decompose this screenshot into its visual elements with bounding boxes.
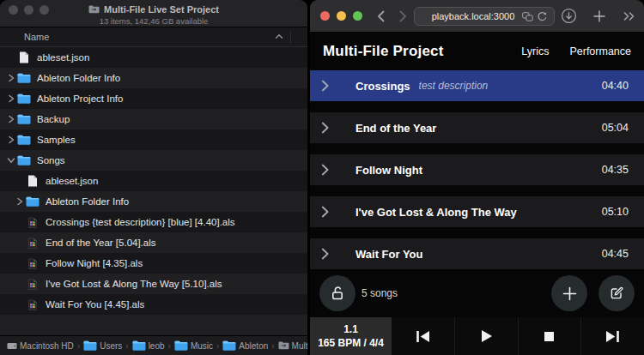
- song-row[interactable]: Crossingstest description04:40: [310, 70, 644, 101]
- nav-performance[interactable]: Performance: [569, 45, 631, 57]
- app-nav: Lyrics Performance: [521, 45, 631, 57]
- song-description: test description: [419, 80, 489, 92]
- folder-proxy-icon[interactable]: [88, 5, 100, 14]
- file-row[interactable]: Ableton Project Info: [0, 88, 307, 109]
- close-button[interactable]: [320, 11, 330, 21]
- back-icon[interactable]: [377, 10, 385, 22]
- file-name: End of the Year [5.04].als: [46, 238, 156, 248]
- folder-icon: [26, 196, 39, 207]
- tempo-readout: 165 BPM / 4/4: [318, 336, 384, 350]
- path-separator: ›: [125, 341, 128, 351]
- column-header[interactable]: Name: [0, 27, 307, 47]
- path-item[interactable]: Users: [83, 340, 122, 351]
- file-row[interactable]: Crossings {test description} [blue] [4.4…: [0, 212, 307, 232]
- file-row[interactable]: ableset.json: [0, 47, 307, 68]
- file-name: ableset.json: [46, 176, 98, 186]
- file-row[interactable]: Samples: [0, 129, 307, 150]
- file-list: ableset.jsonAbleton Folder InfoAbleton P…: [0, 47, 307, 315]
- path-item[interactable]: leob: [132, 340, 165, 351]
- disclosure-collapsed-icon[interactable]: [14, 197, 26, 206]
- translate-icon[interactable]: [522, 12, 533, 21]
- address-bar[interactable]: playback.local:3000: [414, 7, 555, 26]
- song-duration: 04:40: [602, 80, 629, 92]
- song-title: End of the Year: [355, 122, 436, 135]
- song-list: Crossingstest description04:40End of the…: [310, 70, 644, 269]
- als-icon: [26, 278, 39, 290]
- zoom-button[interactable]: [353, 11, 362, 21]
- path-item-label: Ableton: [239, 341, 268, 351]
- file-row[interactable]: Ableton Folder Info: [0, 191, 307, 212]
- file-row[interactable]: Backup: [0, 109, 307, 129]
- file-row[interactable]: Follow Night [4.35].als: [0, 253, 307, 274]
- path-item[interactable]: Music: [174, 340, 213, 351]
- stop-button[interactable]: [518, 317, 581, 355]
- disclosure-collapsed-icon[interactable]: [5, 74, 17, 82]
- file-row[interactable]: Songs: [0, 150, 307, 171]
- sort-ascending-icon[interactable]: [275, 33, 283, 39]
- expand-song-icon[interactable]: [320, 247, 330, 261]
- file-name: Samples: [37, 135, 76, 145]
- file-row[interactable]: Ableton Folder Info: [0, 68, 307, 88]
- song-title: Crossings: [355, 80, 410, 93]
- path-item[interactable]: Multi-File Live Set Project: [278, 341, 307, 351]
- file-name: Ableton Project Info: [37, 93, 123, 104]
- disclosure-expanded-icon[interactable]: [5, 157, 17, 164]
- file-row[interactable]: ableset.json: [0, 171, 307, 191]
- new-tab-icon[interactable]: [593, 10, 605, 22]
- file-row[interactable]: End of the Year [5.04].als: [0, 232, 307, 253]
- reload-icon[interactable]: [537, 11, 548, 22]
- zoom-button[interactable]: [39, 5, 49, 15]
- disclosure-collapsed-icon[interactable]: [5, 94, 17, 103]
- forward-icon[interactable]: [399, 10, 407, 22]
- disclosure-collapsed-icon[interactable]: [5, 115, 17, 123]
- path-item[interactable]: Macintosh HD: [7, 341, 74, 351]
- song-duration: 05:10: [602, 206, 629, 218]
- skip-back-button[interactable]: [392, 317, 454, 355]
- expand-song-icon[interactable]: [320, 79, 330, 93]
- more-icon[interactable]: [623, 11, 635, 21]
- close-button[interactable]: [9, 5, 18, 15]
- file-row[interactable]: I've Got Lost & Along The Way [5.10].als: [0, 274, 307, 294]
- path-item[interactable]: Ableton: [222, 340, 268, 351]
- folder-icon: [17, 73, 31, 83]
- file-name: Ableton Folder Info: [46, 196, 129, 207]
- song-row[interactable]: Follow Night04:35: [310, 154, 644, 185]
- song-row[interactable]: I've Got Lost & Along The Way05:10: [310, 196, 644, 227]
- desktop: Multi-File Live Set Project 13 items, 14…: [0, 0, 644, 355]
- file-name: Follow Night [4.35].als: [46, 258, 143, 268]
- path-separator: ›: [216, 341, 219, 351]
- nav-lyrics[interactable]: Lyrics: [521, 45, 549, 57]
- finder-titlebar[interactable]: Multi-File Live Set Project 13 items, 14…: [0, 0, 307, 27]
- file-row[interactable]: Wait For You [4.45].als: [0, 294, 307, 315]
- minimize-button[interactable]: [24, 5, 33, 15]
- song-row[interactable]: End of the Year05:04: [310, 112, 644, 143]
- file-icon: [26, 175, 39, 187]
- column-name-label[interactable]: Name: [24, 32, 49, 42]
- folder-icon: [174, 340, 188, 351]
- expand-song-icon[interactable]: [320, 163, 330, 177]
- edit-setlist-button[interactable]: [598, 275, 635, 311]
- file-name: Songs: [37, 155, 65, 165]
- folder-icon: [132, 340, 146, 351]
- song-duration: 04:35: [602, 164, 629, 176]
- download-icon[interactable]: [561, 8, 577, 24]
- play-button[interactable]: [454, 317, 518, 355]
- column-divider[interactable]: [290, 31, 291, 43]
- window-controls: [320, 11, 362, 21]
- folder-icon: [17, 114, 31, 124]
- lock-button[interactable]: [319, 275, 355, 311]
- add-song-button[interactable]: [551, 275, 587, 311]
- skip-forward-button[interactable]: [580, 317, 644, 355]
- song-row[interactable]: Wait For You04:45: [310, 238, 644, 269]
- minimize-button[interactable]: [337, 11, 346, 21]
- disclosure-collapsed-icon[interactable]: [5, 135, 17, 144]
- browser-toolbar: playback.local:3000: [310, 0, 644, 33]
- app-header: Multi-File Project Lyrics Performance: [310, 33, 644, 70]
- file-name: ableset.json: [37, 52, 89, 63]
- songs-count: 5 songs: [361, 287, 398, 299]
- expand-song-icon[interactable]: [320, 121, 330, 135]
- expand-song-icon[interactable]: [320, 205, 330, 219]
- path-separator: ›: [77, 341, 80, 351]
- als-icon: [26, 298, 39, 310]
- project-icon: [278, 341, 289, 350]
